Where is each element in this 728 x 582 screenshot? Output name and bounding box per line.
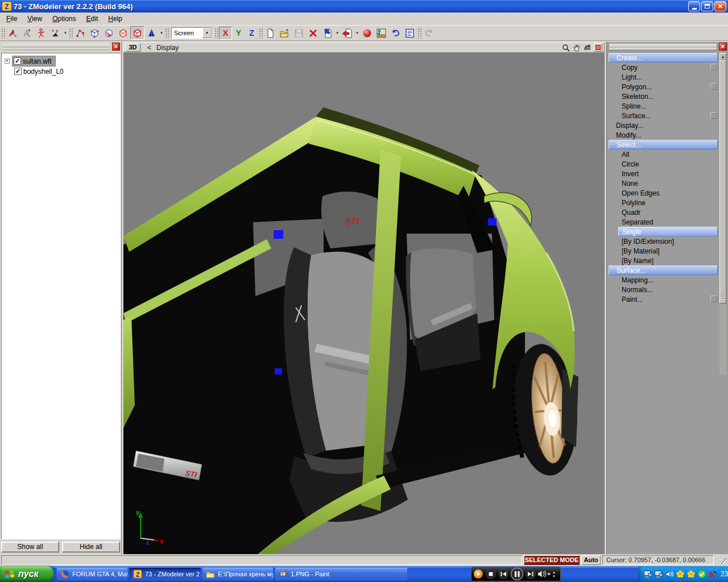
tree-checkbox-sultan[interactable]: ✓ bbox=[14, 57, 21, 65]
3d-viewport-canvas[interactable]: STI bbox=[123, 53, 605, 554]
axis-z-button[interactable]: Z bbox=[245, 27, 258, 40]
taskbar-task-zmodeler[interactable]: Z 73 - ZModeler ver 2.2... bbox=[130, 568, 200, 580]
skeleton-figure-icon[interactable] bbox=[34, 26, 48, 40]
menu-item-mapping[interactable]: Mapping... bbox=[609, 275, 718, 285]
open-file-icon[interactable] bbox=[278, 26, 292, 40]
export-dropdown-caret[interactable]: ▼ bbox=[354, 26, 360, 40]
viewport-breadcrumb[interactable]: < Display bbox=[147, 44, 179, 52]
viewport-mode-button[interactable]: 3D bbox=[125, 43, 140, 52]
export-icon[interactable] bbox=[340, 26, 354, 40]
toolbar-grip[interactable] bbox=[69, 28, 73, 38]
option-box[interactable] bbox=[710, 83, 717, 90]
volume-tray-icon[interactable] bbox=[665, 569, 674, 579]
menu-item-single[interactable]: Single bbox=[618, 227, 718, 236]
viewport-maximize-button[interactable] bbox=[594, 43, 602, 52]
select-scale-tool-icon[interactable] bbox=[20, 26, 34, 40]
primitive-dropdown-caret[interactable]: ▼ bbox=[159, 26, 164, 40]
kaspersky-icon[interactable]: K bbox=[708, 569, 717, 579]
combobox-dropdown-icon[interactable]: ▼ bbox=[202, 28, 212, 38]
menu-view[interactable]: View bbox=[22, 13, 47, 25]
menu-help[interactable]: Help bbox=[103, 13, 127, 25]
redo-icon[interactable] bbox=[422, 26, 436, 40]
orbit-rotate-icon[interactable] bbox=[583, 43, 592, 52]
show-all-button[interactable]: Show all bbox=[1, 542, 59, 552]
polygons-mode-icon[interactable] bbox=[116, 26, 130, 40]
faces-mode-icon[interactable] bbox=[102, 26, 116, 40]
close-button[interactable]: ✕ bbox=[714, 1, 726, 11]
vertices-mode-icon[interactable] bbox=[73, 26, 88, 40]
menu-item-polygon[interactable]: Polygon... bbox=[609, 82, 718, 92]
menu-item-normals[interactable]: Normals... bbox=[609, 285, 718, 294]
menu-item-quadr[interactable]: Quadr bbox=[609, 207, 718, 217]
tree-checkbox-bodyshell[interactable]: ✓ bbox=[14, 68, 22, 75]
toolbar-grip[interactable] bbox=[214, 28, 218, 38]
network-icon[interactable] bbox=[654, 569, 663, 579]
axis-y-button[interactable]: Y bbox=[232, 27, 245, 40]
scene-tree-close-button[interactable]: ✕ bbox=[112, 43, 120, 51]
tree-item-label[interactable]: bodyshell_L0 bbox=[23, 67, 64, 76]
scroll-up-button[interactable]: ▲ bbox=[719, 53, 726, 60]
band-up-icon[interactable]: ▲ bbox=[552, 571, 556, 574]
taskbar-task-firefox[interactable]: FORUM GTA 4, Mafia ... bbox=[57, 568, 127, 580]
log-window-icon[interactable] bbox=[403, 26, 417, 40]
new-file-icon[interactable] bbox=[263, 26, 278, 40]
panel-drag-handle[interactable] bbox=[609, 44, 717, 50]
minimize-button[interactable] bbox=[688, 1, 700, 11]
menu-item-spline[interactable]: Spline... bbox=[609, 101, 718, 111]
tree-row-sultan[interactable]: + ✓ sultan.wft bbox=[2, 56, 120, 66]
menu-item-create[interactable]: Create... bbox=[609, 53, 718, 63]
menu-options[interactable]: Options bbox=[47, 13, 81, 25]
zoom-icon[interactable] bbox=[561, 43, 570, 52]
menu-item-polyline[interactable]: Polyline bbox=[609, 198, 718, 207]
shield-check-icon[interactable] bbox=[697, 569, 706, 579]
menu-edit[interactable]: Edit bbox=[81, 13, 104, 25]
auto-toggle-button[interactable]: Auto bbox=[581, 555, 601, 565]
command-panel-close-button[interactable]: ✕ bbox=[719, 43, 727, 51]
menu-item-copy[interactable]: Copy bbox=[609, 63, 718, 72]
icq-flower-icon[interactable] bbox=[676, 569, 685, 579]
option-box[interactable] bbox=[710, 64, 717, 70]
menu-item-circle[interactable]: Circle bbox=[609, 159, 718, 169]
select-move-tool-icon[interactable] bbox=[6, 26, 20, 40]
toolbar-grip[interactable] bbox=[1, 28, 5, 38]
render-icon[interactable] bbox=[360, 26, 374, 40]
toolbar-grip[interactable] bbox=[417, 28, 421, 38]
menu-item-by-material[interactable]: [By Material] bbox=[609, 246, 718, 256]
restore-button[interactable] bbox=[701, 1, 713, 11]
screen-combobox[interactable]: Screen ▼ bbox=[171, 27, 212, 39]
tree-selected-item[interactable]: ✓ sultan.wft bbox=[13, 56, 55, 66]
menu-item-all[interactable]: All bbox=[609, 149, 718, 159]
toolbar-grip[interactable] bbox=[259, 28, 263, 38]
menu-item-skeleton[interactable]: Skeleton... bbox=[609, 92, 718, 101]
menu-item-light[interactable]: Light... bbox=[609, 72, 718, 82]
resize-grip[interactable] bbox=[720, 557, 727, 564]
vertex-marker[interactable] bbox=[274, 230, 283, 239]
menu-item-select[interactable]: Select... bbox=[609, 140, 718, 149]
toolbar-grip[interactable] bbox=[165, 28, 169, 38]
scrollbar-track[interactable] bbox=[719, 60, 726, 375]
menu-item-by-name[interactable]: [By Name] bbox=[609, 256, 718, 265]
network-icon[interactable] bbox=[643, 569, 652, 579]
wmp-band-controls[interactable]: ▲ ▼ bbox=[551, 571, 557, 578]
command-panel-header[interactable]: ✕ bbox=[607, 42, 728, 52]
pan-hand-icon[interactable] bbox=[572, 43, 581, 52]
axis-x-button[interactable]: X bbox=[219, 27, 232, 40]
taskbar-task-explorer[interactable]: E:\Прочая хрень му... bbox=[202, 568, 273, 580]
bone-attach-tool-icon[interactable] bbox=[48, 26, 63, 40]
taskbar-task-paint[interactable]: 1.PNG - Paint bbox=[275, 568, 407, 580]
undo-icon[interactable] bbox=[388, 26, 403, 40]
breadcrumb-back-icon[interactable]: < bbox=[147, 44, 151, 52]
hide-all-button[interactable]: Hide all bbox=[62, 542, 120, 552]
breadcrumb-label[interactable]: Display bbox=[156, 44, 179, 52]
vertex-marker[interactable] bbox=[275, 368, 282, 375]
scene-environment-icon[interactable] bbox=[374, 26, 388, 40]
menu-item-by-id-extension[interactable]: [By ID/Extension] bbox=[609, 236, 718, 246]
import-dropdown-caret[interactable]: ▼ bbox=[334, 26, 340, 40]
tool-dropdown-caret[interactable]: ▼ bbox=[63, 26, 68, 40]
vertex-marker[interactable] bbox=[488, 218, 497, 226]
menu-item-paint[interactable]: Paint... bbox=[609, 294, 718, 304]
menu-item-separated[interactable]: Separated bbox=[609, 217, 718, 227]
edges-mode-icon[interactable] bbox=[88, 26, 102, 40]
command-menu-scrollbar[interactable]: ▲ bbox=[719, 53, 726, 375]
objects-mode-icon[interactable] bbox=[130, 26, 144, 40]
